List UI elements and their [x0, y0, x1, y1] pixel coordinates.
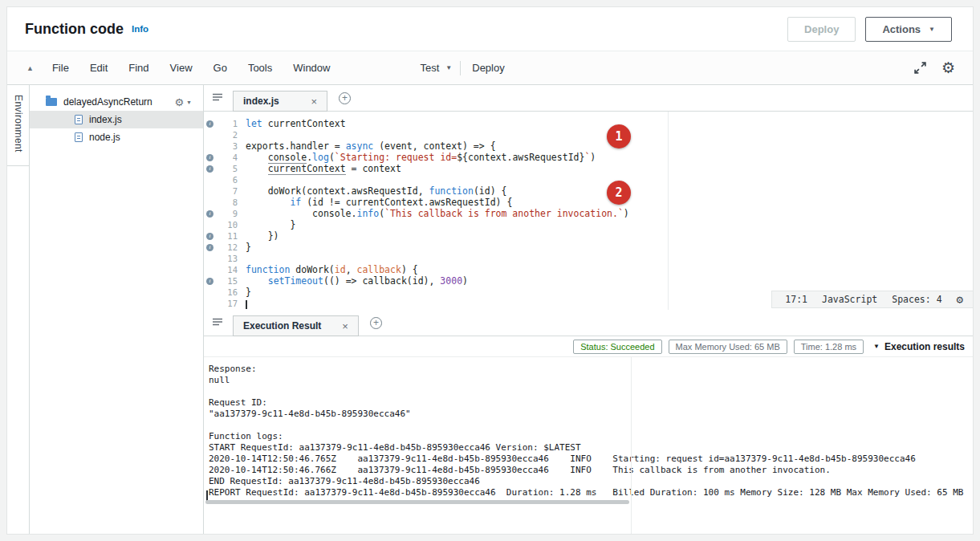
- execution-status-row: Status: SucceededMax Memory Used: 65 MBT…: [204, 336, 973, 357]
- execution-output[interactable]: Response:nullRequest ID:"aa137379-9c11-4…: [204, 357, 973, 534]
- output-line: END RequestId: aa137379-9c11-4e8d-b45b-8…: [209, 476, 973, 487]
- actions-button[interactable]: Actions ▼: [865, 17, 952, 42]
- code-text: console.info(`This callback is from anot…: [246, 208, 629, 219]
- line-number: 3: [217, 140, 246, 152]
- pane-menu-icon[interactable]: [212, 318, 223, 327]
- code-line[interactable]: 8 if (id != currentContext.awsRequestId)…: [204, 197, 973, 208]
- language-mode[interactable]: JavaScript: [822, 294, 877, 305]
- environment-label: Environment: [13, 95, 24, 153]
- info-gutter-icon: i: [206, 244, 213, 251]
- status-badge: Status: Succeeded: [573, 340, 661, 354]
- output-line: 2020-10-14T12:50:46.765Z aa137379-9c11-4…: [209, 454, 973, 465]
- gutter-cell: i: [204, 230, 217, 242]
- info-link[interactable]: Info: [132, 24, 148, 34]
- actions-button-label: Actions: [882, 23, 921, 35]
- test-button[interactable]: Test: [409, 62, 445, 74]
- code-text: }): [246, 230, 279, 242]
- fullscreen-icon[interactable]: [913, 61, 927, 75]
- ide-menubar: ▲ FileEditFindViewGoToolsWindow Test ▼ D…: [7, 51, 973, 85]
- menu-item-find[interactable]: Find: [118, 62, 159, 74]
- line-number: 8: [217, 197, 246, 208]
- code-text: currentContext = context: [246, 163, 401, 174]
- code-line[interactable]: 14function doWork(id, callback) {: [204, 264, 973, 275]
- code-line[interactable]: 3exports.handler = async (event, context…: [204, 140, 973, 152]
- horizontal-scrollbar[interactable]: [205, 500, 629, 504]
- close-icon[interactable]: ×: [311, 96, 317, 107]
- code-text: console.log(`Starting: request id=${cont…: [246, 152, 596, 163]
- file-tree: delayedAsyncReturn ⚙ ▼ index.jsnode.js: [30, 85, 204, 534]
- code-line[interactable]: i9 console.info(`This callback is from a…: [204, 208, 973, 219]
- code-text: exports.handler = async (event, context)…: [246, 140, 496, 152]
- text-cursor: [246, 300, 247, 309]
- code-line[interactable]: i12}: [204, 242, 973, 253]
- results-tabbar: Execution Result × +: [204, 310, 973, 336]
- panel-header: Function code Info Deploy Actions ▼: [7, 7, 973, 51]
- line-number: 13: [217, 253, 246, 264]
- menu-item-tools[interactable]: Tools: [238, 62, 283, 74]
- line-number: 9: [217, 208, 246, 219]
- indentation-setting[interactable]: Spaces: 4: [892, 294, 941, 305]
- code-line[interactable]: i4 console.log(`Starting: request id=${c…: [204, 152, 973, 163]
- info-gutter-icon: i: [206, 278, 213, 285]
- menubar-right: ⚙: [913, 60, 955, 75]
- code-line[interactable]: 10 }: [204, 219, 973, 230]
- menu-item-go[interactable]: Go: [203, 62, 238, 74]
- collapse-panel-icon[interactable]: ▲: [26, 64, 34, 72]
- status-badges: Status: SucceededMax Memory Used: 65 MBT…: [573, 340, 864, 354]
- gutter-cell: i: [204, 118, 217, 129]
- main-area: Environment delayedAsyncReturn ⚙ ▼ index…: [7, 85, 973, 534]
- tab-label: Execution Result: [243, 320, 321, 332]
- menu-item-file[interactable]: File: [42, 62, 79, 74]
- code-text: function doWork(id, callback) {: [246, 264, 418, 275]
- menu-item-window[interactable]: Window: [283, 62, 340, 74]
- close-icon[interactable]: ×: [342, 321, 348, 332]
- execution-results-toggle[interactable]: ▼ Execution results: [873, 341, 965, 352]
- gutter-cell: [204, 253, 217, 264]
- code-line[interactable]: i1let currentContext: [204, 118, 973, 129]
- environment-tab[interactable]: Environment: [7, 85, 30, 534]
- code-line[interactable]: 6: [204, 174, 973, 185]
- menu-item-edit[interactable]: Edit: [79, 62, 118, 74]
- code-line[interactable]: i15 setTimeout(() => callback(id), 3000): [204, 275, 973, 287]
- tree-folder-row[interactable]: delayedAsyncReturn ⚙ ▼: [30, 93, 203, 111]
- menu-item-view[interactable]: View: [160, 62, 203, 74]
- line-number: 17: [217, 298, 246, 309]
- info-gutter-icon: i: [206, 233, 213, 240]
- output-line: [209, 420, 973, 431]
- folder-name: delayedAsyncReturn: [63, 96, 152, 108]
- status-badge: Max Memory Used: 65 MB: [669, 340, 787, 354]
- deploy-button[interactable]: Deploy: [787, 17, 856, 42]
- code-lines: i1let currentContext23exports.handler = …: [204, 118, 973, 309]
- code-line[interactable]: i5 currentContext = context: [204, 163, 973, 174]
- new-tab-button[interactable]: +: [370, 317, 382, 329]
- screen: Function code Info Deploy Actions ▼ ▲ Fi…: [0, 0, 980, 541]
- menubar-deploy-item[interactable]: Deploy: [461, 62, 515, 74]
- test-dropdown-icon[interactable]: ▼: [445, 64, 460, 71]
- tab-index-js[interactable]: index.js ×: [233, 91, 327, 112]
- chevron-down-icon: ▼: [929, 26, 935, 33]
- output-line: START RequestId: aa137379-9c11-4e8d-b45b…: [209, 442, 973, 454]
- folder-settings-button[interactable]: ⚙ ▼: [174, 97, 192, 108]
- ide-settings-gear-icon[interactable]: ⚙: [941, 60, 955, 75]
- gutter-cell: i: [204, 275, 217, 287]
- cursor-position[interactable]: 17:1: [785, 294, 807, 305]
- gutter-cell: [204, 174, 217, 185]
- gutter-cell: [204, 287, 217, 298]
- code-line[interactable]: 13: [204, 253, 973, 264]
- code-text: if (id != currentContext.awsRequestId) {: [246, 197, 512, 208]
- file-icon: [75, 132, 83, 142]
- code-editor[interactable]: i1let currentContext23exports.handler = …: [204, 112, 973, 310]
- new-tab-button[interactable]: +: [339, 92, 351, 104]
- pane-menu-icon[interactable]: [212, 93, 223, 103]
- editor-settings-gear-icon[interactable]: ⚙: [957, 294, 963, 305]
- code-line[interactable]: 2: [204, 129, 973, 140]
- tree-file-index.js[interactable]: index.js: [30, 111, 203, 128]
- output-line: Function logs:: [209, 431, 973, 442]
- info-gutter-icon: i: [206, 165, 213, 173]
- code-line[interactable]: 7 doWork(context.awsRequestId, function(…: [204, 185, 973, 197]
- code-text: }: [246, 242, 251, 253]
- code-line[interactable]: i11 }): [204, 230, 973, 242]
- tab-execution-result[interactable]: Execution Result ×: [233, 315, 359, 336]
- tree-file-node.js[interactable]: node.js: [30, 128, 203, 146]
- code-text: }: [246, 219, 295, 230]
